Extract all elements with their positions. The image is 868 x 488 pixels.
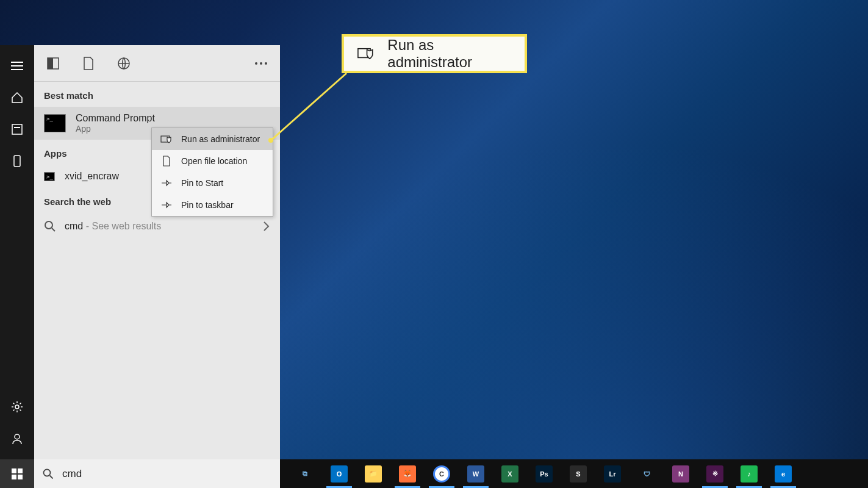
chrome-icon: C [433, 465, 450, 483]
rail-timeline[interactable] [0, 113, 34, 145]
search-filter-tabs [34, 45, 280, 82]
admin-shield-icon [160, 133, 173, 145]
best-match-title: Command Prompt [76, 113, 155, 124]
search-icon [43, 468, 54, 479]
filter-web-icon[interactable] [115, 54, 133, 73]
taskbar-lightroom[interactable]: Lr [597, 459, 628, 488]
svg-rect-1 [14, 127, 20, 128]
chevron-right-icon [263, 221, 270, 232]
rail-settings[interactable] [0, 391, 34, 423]
sonos-icon: S [570, 465, 587, 483]
taskbar: ⧉O📁🦊CWXPsSLr🛡N※♪e [0, 459, 868, 488]
svg-point-16 [44, 469, 51, 476]
pin-icon [160, 199, 173, 211]
photoshop-icon: Ps [536, 465, 553, 483]
svg-point-8 [255, 62, 257, 65]
web-query-text: cmd [65, 221, 83, 231]
taskbar-slack[interactable]: ※ [700, 459, 730, 488]
search-icon [44, 220, 56, 232]
spotify-icon: ♪ [741, 465, 758, 483]
word-icon: W [467, 465, 484, 483]
best-match-subtitle: App [76, 124, 155, 134]
taskbar-onenote[interactable]: N [665, 459, 696, 488]
ctx-open-file-location[interactable]: Open file location [152, 150, 273, 172]
taskbar-app-area: ⧉O📁🦊CWXPsSLr🛡N※♪e [290, 459, 798, 488]
file-explorer-icon: 📁 [365, 465, 382, 483]
folder-open-icon [160, 155, 173, 167]
taskbar-search-box[interactable] [34, 459, 280, 488]
onenote-icon: N [672, 465, 689, 483]
app-result-name: xvid_encraw [65, 171, 119, 182]
svg-point-4 [15, 434, 20, 439]
svg-point-3 [15, 405, 19, 409]
ctx-label: Run as administrator [181, 134, 260, 144]
best-match-header: Best match [34, 82, 280, 107]
web-result-item[interactable]: cmd - See web results [34, 213, 280, 240]
taskbar-outlook[interactable]: O [324, 459, 354, 488]
svg-point-11 [45, 221, 52, 229]
pin-icon [160, 177, 173, 189]
taskbar-word[interactable]: W [461, 459, 491, 488]
taskbar-edge[interactable]: e [768, 459, 798, 488]
firefox-icon: 🦊 [399, 465, 416, 483]
taskbar-chrome[interactable]: C [426, 459, 457, 488]
excel-icon: X [501, 465, 518, 483]
taskbar-security[interactable]: 🛡 [631, 459, 662, 488]
ctx-pin-to-taskbar[interactable]: Pin to taskbar [152, 194, 273, 216]
filter-all-icon[interactable] [44, 54, 62, 73]
taskbar-sonos[interactable]: S [563, 459, 594, 488]
slack-icon: ※ [706, 465, 723, 483]
search-input[interactable] [62, 468, 271, 480]
taskbar-file-explorer[interactable]: 📁 [358, 459, 389, 488]
svg-rect-6 [48, 58, 53, 69]
start-menu-rail [0, 45, 34, 459]
filter-more-icon[interactable] [252, 54, 270, 73]
rail-hamburger[interactable] [0, 50, 34, 82]
security-icon: 🛡 [638, 465, 655, 483]
ctx-label: Open file location [181, 156, 247, 166]
context-menu: Run as administrator Open file location … [151, 127, 273, 217]
windows-logo-icon [12, 468, 23, 479]
edge-icon: e [775, 465, 792, 483]
lightroom-icon: Lr [604, 465, 621, 483]
ctx-label: Pin to taskbar [181, 200, 234, 210]
admin-shield-icon [357, 46, 375, 62]
svg-point-10 [265, 62, 267, 65]
svg-rect-0 [12, 124, 22, 134]
search-results-panel: Best match Command Prompt App Apps xvid_… [34, 45, 280, 459]
web-hint-text: - See web results [83, 221, 161, 231]
svg-point-9 [260, 62, 262, 65]
rail-pictures[interactable] [0, 145, 34, 177]
ctx-pin-to-start[interactable]: Pin to Start [152, 172, 273, 194]
taskbar-firefox[interactable]: 🦊 [392, 459, 423, 488]
callout-box: Run as administrator [342, 34, 527, 73]
rail-user[interactable] [0, 423, 34, 454]
taskbar-spotify[interactable]: ♪ [734, 459, 764, 488]
ctx-run-as-admin[interactable]: Run as administrator [152, 128, 273, 150]
command-prompt-icon [44, 114, 66, 132]
taskbar-task-view[interactable]: ⧉ [290, 459, 320, 488]
callout-text: Run as administrator [387, 37, 511, 71]
task-view-icon: ⧉ [296, 465, 314, 483]
ctx-label: Pin to Start [181, 178, 223, 188]
filter-documents-icon[interactable] [79, 54, 98, 73]
start-button[interactable] [0, 459, 34, 488]
taskbar-excel[interactable]: X [495, 459, 525, 488]
outlook-icon: O [331, 465, 348, 483]
svg-rect-2 [14, 156, 20, 167]
rail-home[interactable] [0, 82, 34, 113]
taskbar-photoshop[interactable]: Ps [529, 459, 559, 488]
app-icon [44, 172, 55, 181]
